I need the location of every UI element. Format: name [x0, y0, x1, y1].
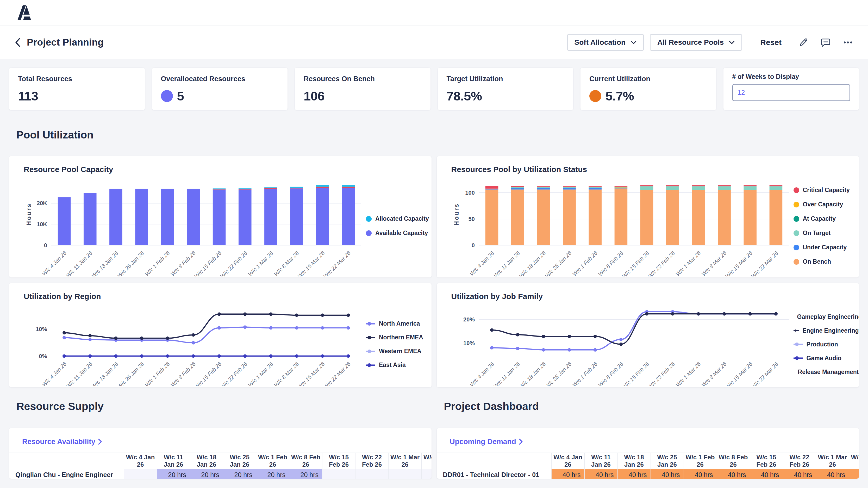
svg-text:Hours: Hours [26, 203, 32, 225]
bar-segment [563, 190, 576, 245]
legend-swatch-icon [794, 245, 799, 250]
table-link-label: Upcoming Demand [450, 437, 516, 446]
ellipsis-icon [842, 37, 854, 48]
chevron-down-icon [729, 41, 735, 44]
table-corner-cell [437, 453, 551, 469]
hours-cell[interactable] [422, 469, 432, 479]
legend-label: Game Audio [807, 355, 842, 362]
hours-cell[interactable]: 40 hrs [651, 469, 684, 479]
x-axis-label: W/c 22 Feb 26 [219, 361, 248, 386]
bar-segment [213, 190, 226, 245]
chevron-right-icon [519, 438, 523, 445]
hours-cell[interactable]: 40 hrs [684, 469, 717, 479]
chart-row-2: Utilization by Region0%10%W/c 4 Jan 26W/… [9, 283, 859, 387]
anaplan-logo-icon[interactable] [14, 4, 32, 21]
data-point [88, 355, 92, 358]
bar-segment [264, 188, 277, 189]
bar-segment [187, 189, 200, 245]
data-point [347, 355, 350, 358]
legend-label: On Bench [803, 258, 831, 265]
table-corner-cell [9, 453, 124, 469]
legend-item[interactable]: Critical Capacity [794, 185, 853, 195]
more-options-button[interactable] [840, 35, 856, 50]
week-column-header: W/c 22 Feb 26 [783, 453, 816, 469]
chart-utilization-by-region: Utilization by Region0%10%W/c 4 Jan 26W/… [9, 283, 432, 387]
bar-segment [342, 185, 355, 187]
data-point [490, 328, 494, 332]
legend-item[interactable]: Production [794, 339, 859, 350]
hours-cell[interactable]: 40 hrs [617, 469, 651, 479]
legend-item[interactable]: Gameplay Engineering [794, 312, 859, 322]
hours-cell[interactable] [124, 469, 157, 479]
chart-title: Resources Pool by Utilization Status [451, 165, 854, 174]
reset-button[interactable]: Reset [760, 38, 781, 47]
legend-item[interactable]: Under Capacity [794, 242, 853, 253]
x-axis-label: W/c 8 Mar 26 [273, 250, 300, 276]
x-axis-label: W/c 18 Jan 26 [518, 361, 547, 386]
upcoming-demand-link[interactable]: Upcoming Demand [450, 437, 523, 446]
data-point [671, 312, 674, 316]
x-axis-label: W/c 1 Mar 26 [247, 361, 274, 386]
hours-cell[interactable]: 40 hrs [584, 469, 617, 479]
hours-cell[interactable]: 40 hrs [816, 469, 849, 479]
resource-availability-link[interactable]: Resource Availability [22, 437, 102, 446]
legend-item[interactable]: Western EMEA [366, 346, 425, 356]
resource-availability-card: Resource AvailabilityW/c 4 Jan 26W/c 11 … [9, 428, 432, 479]
legend-label: Production [807, 341, 838, 348]
data-point [62, 331, 66, 334]
chart-canvas: 0%10%W/c 4 Jan 26W/c 11 Jan 26W/c 18 Jan… [22, 301, 366, 386]
x-axis-label: W/c 1 Feb 26 [144, 361, 171, 386]
hours-cell[interactable] [388, 469, 422, 479]
edit-button[interactable] [796, 35, 811, 50]
legend-item[interactable]: North America [366, 319, 425, 329]
svg-text:0: 0 [44, 242, 47, 249]
hours-cell[interactable]: 40 hrs [551, 469, 584, 479]
hours-cell[interactable]: 40 hrs [849, 469, 859, 479]
resource-pools-dropdown[interactable]: All Resource Pools [650, 34, 742, 51]
x-axis-label: W/c 8 Mar 26 [273, 361, 300, 386]
hours-cell[interactable] [355, 469, 388, 479]
x-axis-label: W/c 22 Mar 26 [750, 361, 779, 386]
hours-cell[interactable]: 20 hrs [157, 469, 190, 479]
legend-item[interactable]: On Bench [794, 257, 853, 267]
x-axis-label: W/c 8 Feb 26 [169, 250, 197, 276]
comments-button[interactable] [818, 35, 833, 50]
hours-cell[interactable]: 20 hrs [256, 469, 289, 479]
legend-label: Northern EMEA [379, 334, 423, 341]
hours-cell[interactable]: 20 hrs [289, 469, 322, 479]
bar-segment [213, 189, 226, 190]
hours-cell[interactable]: 20 hrs [190, 469, 223, 479]
legend-item[interactable]: Allocated Capacity [366, 214, 429, 224]
legend-item[interactable]: East Asia [366, 360, 425, 370]
bar-segment [563, 186, 576, 187]
legend-item[interactable]: At Capacity [794, 214, 853, 224]
legend-item[interactable]: Northern EMEA [366, 332, 425, 343]
legend-item[interactable]: Over Capacity [794, 199, 853, 209]
allocation-dropdown[interactable]: Soft Allocation [567, 34, 644, 51]
data-point [140, 355, 144, 358]
kpi-label: Overallocated Resources [161, 75, 279, 83]
week-column-header: W/c 22 Feb 26 [355, 453, 388, 469]
bar-segment [239, 190, 252, 245]
data-point [593, 348, 597, 352]
x-axis-label: W/c 15 Feb 26 [193, 250, 223, 276]
hours-cell[interactable]: 40 hrs [750, 469, 783, 479]
data-point [347, 326, 350, 329]
legend-item[interactable]: Game Audio [794, 353, 859, 363]
legend-item[interactable]: Engine Engineering [794, 326, 859, 336]
hours-cell[interactable]: 40 hrs [717, 469, 750, 479]
table-row: DDR01 - Technical Director - 0140 hrs40 … [437, 469, 859, 479]
back-button[interactable] [14, 37, 21, 47]
kpi-value: 5.7% [606, 89, 634, 103]
hours-cell[interactable]: 40 hrs [783, 469, 816, 479]
legend-item[interactable]: On Target [794, 228, 853, 238]
weeks-to-display-input[interactable] [732, 84, 850, 101]
data-point [243, 325, 247, 329]
hours-cell[interactable] [322, 469, 355, 479]
legend-item[interactable]: Release Management [794, 367, 859, 377]
bar-segment [135, 189, 148, 245]
svg-text:10K: 10K [37, 221, 47, 227]
legend-item[interactable]: Available Capacity [366, 228, 429, 238]
hours-cell[interactable]: 20 hrs [223, 469, 256, 479]
legend-line-marker-icon [366, 363, 375, 367]
